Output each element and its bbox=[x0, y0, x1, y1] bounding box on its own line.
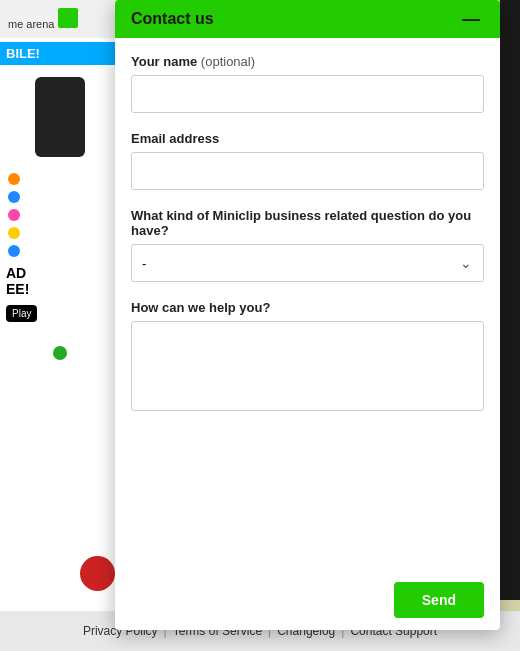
dot-yellow bbox=[8, 227, 20, 239]
name-field-group: Your name (optional) bbox=[131, 54, 484, 113]
contact-modal: Contact us — Your name (optional) Email … bbox=[115, 0, 500, 630]
phone-image bbox=[35, 77, 85, 157]
game-title-area: me arena bbox=[0, 0, 120, 38]
game-name-text: me arena bbox=[8, 18, 54, 30]
play-button-left[interactable]: Play bbox=[6, 305, 37, 322]
dots-decoration bbox=[0, 169, 120, 261]
email-input[interactable] bbox=[131, 152, 484, 190]
mobile-banner: BILE! bbox=[0, 42, 120, 65]
green-circle-decoration bbox=[53, 346, 67, 360]
dot-orange bbox=[8, 173, 20, 185]
green-rect-decoration bbox=[58, 8, 78, 28]
name-label: Your name (optional) bbox=[131, 54, 484, 69]
modal-minimize-button[interactable]: — bbox=[458, 10, 484, 28]
help-textarea[interactable] bbox=[131, 321, 484, 411]
question-select-wrapper: - General Technical Billing ⌄ bbox=[131, 244, 484, 282]
email-field-group: Email address bbox=[131, 131, 484, 190]
ad-section: AD EE! bbox=[0, 261, 120, 301]
left-panel: me arena BILE! AD EE! Play bbox=[0, 0, 120, 630]
help-field-group: How can we help you? bbox=[131, 300, 484, 415]
modal-title: Contact us bbox=[131, 10, 214, 28]
game-circle-red bbox=[80, 556, 115, 591]
modal-body: Your name (optional) Email address What … bbox=[115, 38, 500, 570]
right-panel bbox=[500, 0, 520, 600]
name-input[interactable] bbox=[131, 75, 484, 113]
modal-footer: Send bbox=[115, 570, 500, 630]
dot-blue bbox=[8, 191, 20, 203]
email-label: Email address bbox=[131, 131, 484, 146]
dot-blue2 bbox=[8, 245, 20, 257]
modal-overlay: Contact us — Your name (optional) Email … bbox=[115, 0, 500, 630]
question-field-group: What kind of Miniclip business related q… bbox=[131, 208, 484, 282]
help-label: How can we help you? bbox=[131, 300, 484, 315]
modal-header: Contact us — bbox=[115, 0, 500, 38]
send-button[interactable]: Send bbox=[394, 582, 484, 618]
question-label: What kind of Miniclip business related q… bbox=[131, 208, 484, 238]
dot-pink bbox=[8, 209, 20, 221]
question-select[interactable]: - General Technical Billing bbox=[131, 244, 484, 282]
